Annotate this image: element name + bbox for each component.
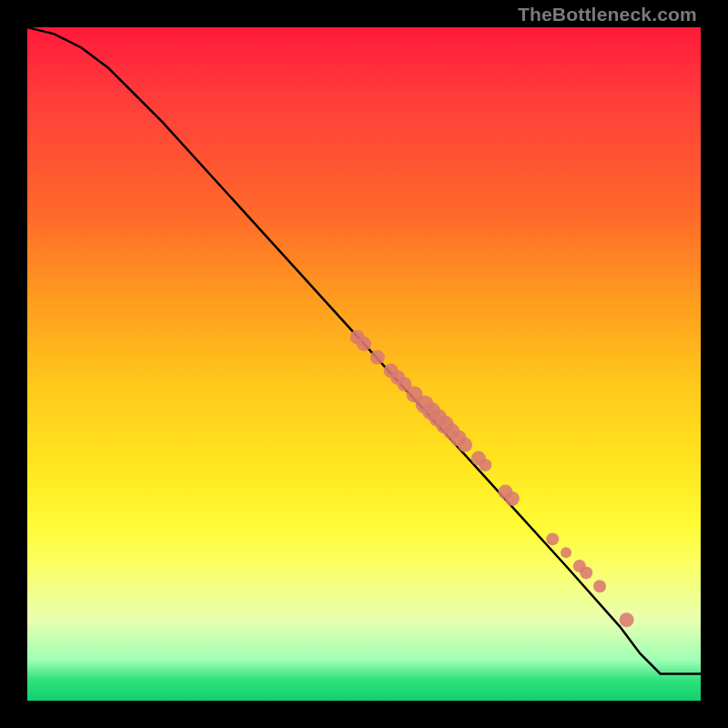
data-points-group [350,329,634,627]
data-point [593,580,606,592]
data-point [357,337,371,351]
chart-svg [27,27,701,701]
data-point [458,438,472,452]
data-point [580,566,592,579]
data-point [370,350,385,365]
data-point [505,491,520,506]
data-point [479,459,491,471]
data-point [546,532,559,545]
data-point [620,612,634,627]
chart-stage: TheBottleneck.com [0,0,728,728]
watermark-text: TheBottleneck.com [518,4,697,25]
plot-area [27,27,701,701]
data-point [561,547,571,558]
